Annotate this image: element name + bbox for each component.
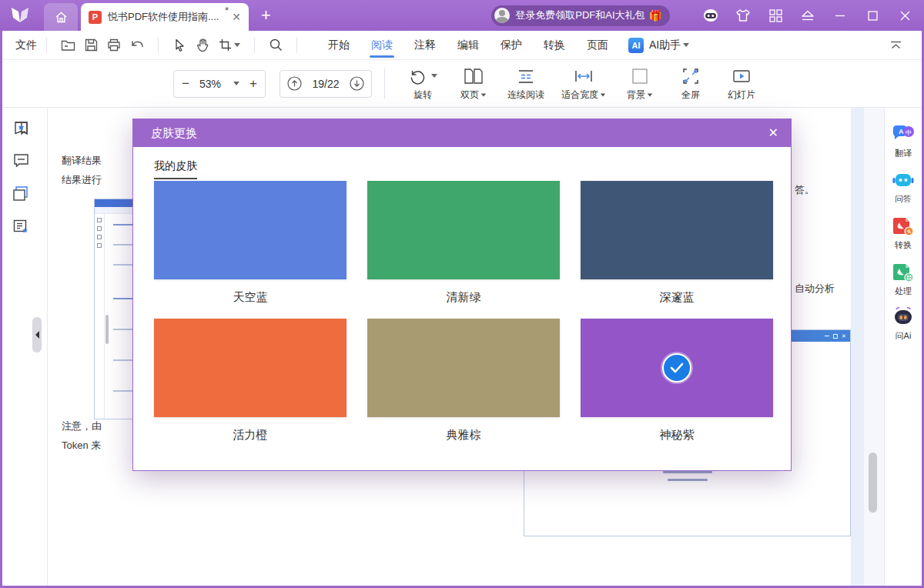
- continuous-read-icon: [517, 68, 535, 84]
- doc-text-fragment: 注意，由: [62, 419, 102, 433]
- tab-convert[interactable]: 转换: [533, 32, 576, 59]
- ai-badge-icon: AI: [628, 38, 644, 53]
- zoom-in-button[interactable]: +: [249, 76, 257, 92]
- home-button[interactable]: [44, 3, 78, 31]
- search-button[interactable]: [264, 35, 287, 55]
- folder-icon: [61, 39, 75, 52]
- tab-my-skins[interactable]: 我的皮肤: [154, 159, 197, 179]
- maximize-button[interactable]: [864, 7, 881, 24]
- background-icon: [631, 68, 648, 85]
- document-star-icon: [12, 219, 29, 235]
- fit-width-icon: [574, 69, 593, 83]
- two-page-caret-icon: [481, 93, 486, 96]
- new-tab-button[interactable]: +: [261, 7, 271, 24]
- comment-icon: [13, 153, 29, 168]
- skin-swatch[interactable]: [154, 181, 346, 279]
- print-button[interactable]: [102, 35, 126, 55]
- qa-tool[interactable]: 问答: [885, 170, 922, 205]
- tab-start[interactable]: 开始: [317, 32, 360, 59]
- translate-tool[interactable]: A 中 翻译: [885, 125, 922, 159]
- process-tool[interactable]: 处理: [885, 262, 922, 297]
- skin-option-elegant-brown[interactable]: 典雅棕: [367, 319, 560, 443]
- page-navigation: 19/22: [280, 70, 372, 98]
- ask-ai-tool[interactable]: 问Ai: [885, 307, 922, 342]
- apps-button[interactable]: [767, 7, 784, 24]
- minimize-button[interactable]: [832, 7, 849, 24]
- zoom-dropdown-caret-icon[interactable]: [233, 82, 239, 85]
- skin-dialog: 皮肤更换 ✕ 我的皮肤 天空蓝 清新绿 深邃蓝 活力橙 典雅棕: [132, 119, 792, 471]
- select-tool-button[interactable]: [168, 35, 191, 55]
- dialog-header[interactable]: 皮肤更换 ✕: [133, 119, 791, 147]
- login-banner[interactable]: 登录免费领取PDF和AI大礼包 🎁: [491, 5, 670, 26]
- crop-tool-button[interactable]: [214, 35, 245, 55]
- skin-option-sky-blue[interactable]: 天空蓝: [154, 181, 346, 305]
- app-logo-icon: [10, 7, 30, 24]
- convert-tool[interactable]: 转换: [885, 216, 922, 251]
- tab-read[interactable]: 阅读: [360, 32, 403, 59]
- tab-close-icon[interactable]: ✕: [232, 11, 241, 23]
- two-page-icon: [464, 68, 484, 85]
- background-caret-icon: [648, 93, 652, 96]
- skin-swatch[interactable]: [154, 319, 346, 417]
- skin-swatch[interactable]: [367, 181, 560, 279]
- selected-check-icon: [662, 353, 691, 383]
- crop-icon: [219, 38, 232, 52]
- rotate-button[interactable]: 旋转: [406, 66, 440, 102]
- background-button[interactable]: 背景: [623, 66, 657, 102]
- summary-panel-button[interactable]: [12, 217, 30, 236]
- page-up-button[interactable]: [287, 76, 302, 91]
- qa-robot-icon: [892, 170, 915, 190]
- boss-key-button[interactable]: [799, 7, 816, 24]
- close-button[interactable]: [896, 7, 913, 24]
- document-tab[interactable]: P 悦书PDF软件使用指南.... * ✕: [81, 3, 249, 31]
- skin-swatch[interactable]: [581, 319, 773, 417]
- skin-swatch[interactable]: [367, 319, 560, 417]
- zoom-value[interactable]: 53%: [199, 78, 221, 90]
- panel-collapse-handle[interactable]: [32, 317, 42, 352]
- skin-name: 典雅棕: [447, 428, 481, 443]
- skin-button[interactable]: [735, 7, 752, 24]
- scrollbar-track[interactable]: [864, 108, 884, 586]
- doc-text-fragment: Token 来: [62, 439, 101, 453]
- tab-annotate[interactable]: 注释: [403, 32, 447, 59]
- skin-name: 深邃蓝: [660, 290, 695, 305]
- scrollbar-thumb[interactable]: [869, 453, 877, 513]
- hand-tool-button[interactable]: [191, 35, 214, 55]
- file-menu[interactable]: 文件: [15, 38, 37, 52]
- comments-panel-button[interactable]: [12, 151, 30, 169]
- skin-swatch[interactable]: [581, 181, 773, 279]
- fullscreen-button[interactable]: 全屏: [674, 66, 708, 102]
- open-button[interactable]: [56, 35, 79, 55]
- skin-option-mystic-purple[interactable]: 神秘紫: [581, 319, 773, 443]
- svg-text:A: A: [899, 128, 904, 135]
- translate-icon: A 中: [892, 125, 915, 145]
- save-button[interactable]: [79, 35, 102, 55]
- skin-grid: 天空蓝 清新绿 深邃蓝 活力橙 典雅棕: [154, 181, 773, 443]
- zoom-out-button[interactable]: −: [182, 76, 189, 92]
- slideshow-button[interactable]: 幻灯片: [725, 66, 758, 102]
- skin-option-fresh-green[interactable]: 清新绿: [367, 181, 560, 305]
- tab-protect[interactable]: 保护: [490, 32, 533, 59]
- page-indicator[interactable]: 19/22: [312, 78, 339, 90]
- page-down-button[interactable]: [350, 76, 364, 91]
- thumbnails-panel-button[interactable]: [12, 184, 30, 202]
- undo-button[interactable]: [126, 35, 149, 55]
- continuous-read-button[interactable]: 连续阅读: [507, 66, 544, 102]
- tab-page[interactable]: 页面: [576, 32, 619, 59]
- divider: [158, 38, 159, 53]
- skin-option-vibrant-orange[interactable]: 活力橙: [154, 319, 346, 443]
- tab-edit[interactable]: 编辑: [447, 32, 490, 59]
- dialog-close-icon[interactable]: ✕: [768, 127, 778, 139]
- view-toolbar: − 53% + 19/22 旋转: [0, 60, 924, 108]
- skin-option-deep-blue[interactable]: 深邃蓝: [581, 181, 773, 305]
- ai-assistant-menu[interactable]: AI助手: [649, 38, 681, 52]
- gift-icon: 🎁: [649, 9, 662, 22]
- bookmarks-panel-button[interactable]: [12, 119, 30, 137]
- two-page-button[interactable]: 双页: [457, 66, 490, 102]
- fit-width-button[interactable]: 适合宽度: [561, 66, 606, 102]
- ai-robot-button[interactable]: [702, 7, 719, 24]
- collapse-ribbon-button[interactable]: [884, 35, 907, 55]
- save-icon: [85, 38, 98, 52]
- dialog-title: 皮肤更换: [151, 126, 768, 141]
- hand-icon: [196, 38, 209, 52]
